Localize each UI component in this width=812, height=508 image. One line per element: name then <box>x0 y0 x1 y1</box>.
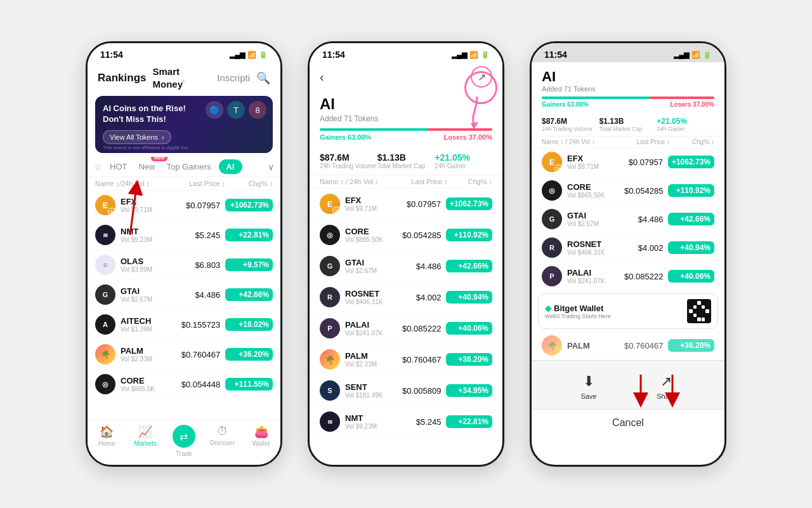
p3-gainers-row: Gainers 63.00% Losers 37.00% <box>542 101 714 108</box>
p3-core-price: $0.054285 <box>615 186 664 196</box>
p2-palm-icon: 🌴 <box>320 349 340 370</box>
save-action[interactable]: ⬇ Save <box>580 373 596 400</box>
p3-efx-vol: Vol $9.71M <box>567 163 615 170</box>
star-tab[interactable]: ☆ <box>94 162 102 172</box>
market-cap-label: Total Market Cap <box>377 163 435 170</box>
p2-row-efx[interactable]: Eb EFX Vol $9.71M $0.07957 +1062.73% <box>310 189 502 220</box>
p3-market-cap-label: Total Market Cap <box>599 126 657 132</box>
p2-row-nmt[interactable]: ≋ NMT Vol $9.23M $5.245 +22.81% <box>310 406 502 438</box>
p1-banner: AI Coins on the Rise!Don't Miss This! Vi… <box>95 96 273 153</box>
p2-palm-name: PALM <box>345 351 393 361</box>
gainer-label: 24h Gainer <box>435 163 492 170</box>
p2-row-rosnet[interactable]: R ROSNET Vol $406.31K $4.002 +40.94% <box>310 282 502 313</box>
palm-chg: +36.20% <box>225 348 273 361</box>
nav-trade[interactable]: ⇄ Trade <box>165 425 204 457</box>
p3-rosnet-chg: +40.94% <box>668 241 714 254</box>
bitget-logo: ◆ Bitget Wallet <box>545 304 611 313</box>
more-tabs-icon[interactable]: ∨ <box>268 162 274 172</box>
coin-row-aitech[interactable]: A AITECH Vol $1.39M $0.155723 +18.02% <box>88 310 280 340</box>
gtai-info: GTAI Vol $2.67M <box>121 286 171 303</box>
p3-row-rosnet[interactable]: R ROSNET Vol $406.31K $4.002 +40.94% <box>532 234 724 262</box>
th-name: Name ↕/24h Vol ↕ <box>95 180 166 187</box>
share-button[interactable]: ↗ <box>471 66 492 88</box>
back-button[interactable]: ‹ <box>320 70 324 84</box>
p2-efx-name: EFX <box>345 196 393 205</box>
p3-row-efx[interactable]: Eb EFX Vol $9.71M $0.07957 +1062.73% <box>532 148 724 177</box>
smart-money-tab[interactable]: Smart Money· <box>153 66 211 90</box>
new-tab[interactable]: New New <box>134 159 159 174</box>
p2-sent-name: SENT <box>345 382 393 392</box>
rankings-tab[interactable]: Rankings <box>98 72 147 84</box>
p3-losers-pct: Losers 37.00% <box>671 101 715 108</box>
p2-palai-price: $0.085222 <box>393 324 442 333</box>
p3-row-core[interactable]: ◎ CORE Vol $865.50K $0.054285 +110.92% <box>532 177 724 205</box>
share-action[interactable]: ↗ Share <box>657 373 675 400</box>
losers-pct: Losers 37.00% <box>444 133 492 141</box>
share-actions: ⬇ Save ↗ Share <box>532 368 724 405</box>
losers-bar <box>428 128 492 131</box>
p1-coin-list: Eb EFX Vol $9.71M $0.07957 +1062.73% ≋ N… <box>88 190 280 419</box>
p2-title: AI <box>320 95 492 113</box>
p2-row-palai[interactable]: P PALAI Vol $241.07K $0.085222 +40.06% <box>310 313 502 344</box>
nav-discover[interactable]: ⏱ Discover <box>203 425 242 457</box>
coin-row-olas[interactable]: ≡ OLAS Vol $3.89M $6.803 +9.57% <box>88 250 280 280</box>
p2-rosnet-icon: R <box>320 287 340 307</box>
p3-core-icon: ◎ <box>542 180 562 201</box>
time-2: 11:54 <box>322 50 345 60</box>
signal-icon-3: ▂▄▆ <box>674 51 689 59</box>
gtai-name: GTAI <box>121 286 171 296</box>
view-all-tokens-button[interactable]: View All Tokens › <box>103 130 171 144</box>
p3-row-gtai[interactable]: G GTAI Vol $2.67M $4.486 +42.66% <box>532 205 724 234</box>
p2-sent-price: $0.005809 <box>393 386 442 396</box>
palm-price: $0.760467 <box>171 350 221 359</box>
banner-icon-2: T <box>227 101 245 119</box>
p2-palm-chg: +36.20% <box>446 353 492 366</box>
nav-home[interactable]: 🏠 Home <box>88 425 126 457</box>
coin-row-gtai[interactable]: G GTAI Vol $2.67M $4.486 +42.66% <box>88 280 280 310</box>
top-gainers-tab[interactable]: Top Gainers <box>162 159 214 174</box>
p3-partial-row: 🌴 PALM $0.760467 +36.20% <box>532 331 724 360</box>
p2-row-palm[interactable]: 🌴 PALM Vol $2.33M $0.760467 +36.20% <box>310 344 502 375</box>
p2-row-gtai[interactable]: G GTAI Vol $2.67M $4.486 +42.66% <box>310 251 502 282</box>
p3-gainer-value: +21.05% <box>657 117 714 126</box>
search-icon[interactable]: 🔍 <box>256 71 270 85</box>
hot-tab[interactable]: HOT <box>106 159 131 174</box>
p3-gtai-info: GTAI Vol $2.67M <box>567 211 615 227</box>
p3-trading-vol-label: 24h Trading Volume <box>542 126 599 132</box>
home-label: Home <box>98 440 115 447</box>
p2-efx-info: EFX Vol $9.71M <box>345 196 393 212</box>
trade-button[interactable]: ⇄ <box>173 425 195 448</box>
p3-palm-partial-name: PALM <box>567 341 615 351</box>
trading-vol-value: $87.6M <box>320 152 377 163</box>
p2-core-price: $0.054285 <box>393 231 442 240</box>
aitech-info: AITECH Vol $1.39M <box>121 316 171 333</box>
coin-row-nmt[interactable]: ≋ NMT Vol $9.23M $5.245 +22.81% <box>88 220 280 250</box>
p3-core-vol: Vol $865.50K <box>567 192 615 199</box>
ai-tab[interactable]: AI <box>219 159 242 174</box>
p2-row-core[interactable]: ◎ CORE Vol $885.50K $0.054285 +110.92% <box>310 220 502 251</box>
p2-gtai-price: $4.486 <box>393 262 442 271</box>
battery-icon-3: 🔋 <box>703 51 712 59</box>
market-cap-stat: $1.13B Total Market Cap <box>377 152 435 170</box>
p2-row-sent[interactable]: S SENT Vol $181.49K $0.005809 +34.95% <box>310 375 502 406</box>
nav-markets[interactable]: 📈 Markets <box>126 425 165 457</box>
p2-th-price: Last Price ↕ <box>392 178 448 185</box>
p3-gtai-icon: G <box>542 209 562 229</box>
aitech-vol: Vol $1.39M <box>121 326 171 333</box>
inscripti-tab[interactable]: Inscripti <box>217 72 250 83</box>
coin-row-palm[interactable]: 🌴 PALM Vol $2.33M $0.760467 +36.20% <box>88 340 280 370</box>
screen-1: Rankings Smart Money· Inscripti 🔍 AI Coi… <box>88 62 280 465</box>
p3-subtitle: Added 71 Tokens <box>542 85 714 93</box>
signal-icon: ▂▄▆ <box>230 51 245 59</box>
coin-row-core[interactable]: ◎ CORE Vol $885.0K $0.054448 +111.55% <box>88 370 280 399</box>
nav-wallet[interactable]: 👛 Wallet <box>242 425 280 457</box>
coin-row-efx[interactable]: Eb EFX Vol $9.71M $0.07957 +1062.73% <box>88 190 280 220</box>
share-icon: ↗ <box>660 373 672 390</box>
p2-palm-info: PALM Vol $2.33M <box>345 351 393 368</box>
cancel-button[interactable]: Cancel <box>532 409 724 436</box>
palm-icon: 🌴 <box>95 344 115 364</box>
p3-th-name: Name ↕ / 24h Vol ↕ <box>542 138 614 145</box>
p3-row-palai[interactable]: P PALAI Vol $241.07K $0.085222 +40.06% <box>532 262 724 291</box>
p3-core-info: CORE Vol $865.50K <box>567 182 615 199</box>
status-icons-1: ▂▄▆ 📶 🔋 <box>230 51 268 59</box>
